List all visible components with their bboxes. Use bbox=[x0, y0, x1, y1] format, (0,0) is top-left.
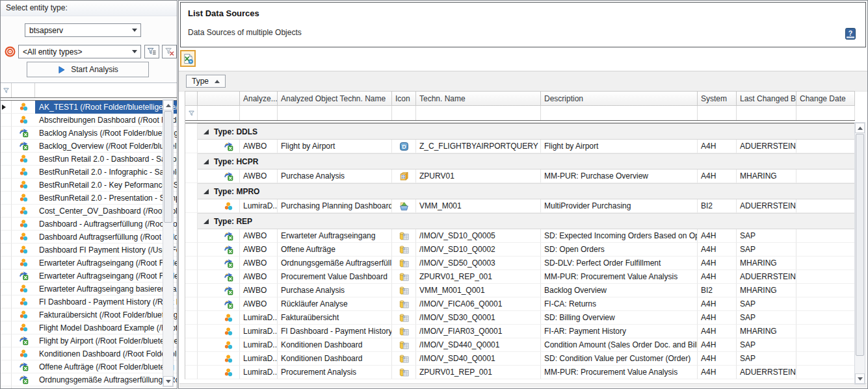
group-row[interactable]: Type: REP bbox=[185, 213, 855, 229]
list-item[interactable]: Dashboard Auftragserfüllung (/Root Fold bbox=[1, 231, 177, 244]
group-expand-icon[interactable] bbox=[204, 159, 209, 164]
scroll-down-button[interactable] bbox=[163, 376, 173, 386]
clear-filter-button[interactable] bbox=[162, 45, 177, 58]
list-item-label: Erwarteter Auftragseingang basierend a bbox=[35, 282, 177, 295]
list-item[interactable]: Offene Aufträge (/Root Folder/bluetellig bbox=[1, 360, 177, 373]
analysis-workbook-icon bbox=[19, 362, 29, 371]
list-item[interactable]: BestRunRetail 2.0 - Infographic - Sample bbox=[1, 166, 177, 179]
column-header-analyzed-object-techn-name[interactable]: Analyzed Object Techn. Name bbox=[278, 92, 392, 106]
list-item[interactable]: BestRunRetail 2.0 - Key Peformance - Sa bbox=[1, 179, 177, 192]
list-item[interactable]: Dashboard - Auftragserfüllung (/Root Fo bbox=[1, 218, 177, 231]
list-item[interactable]: Backlog_Overview (/Root Folder/bluetell bbox=[1, 140, 177, 153]
grid-scroll-thumb[interactable] bbox=[856, 134, 864, 356]
column-header-icon[interactable]: Icon bbox=[392, 92, 416, 106]
cell-analyze-type: AWBO bbox=[240, 229, 278, 243]
list-item[interactable]: Backlog Analysis (/Root Folder/bluetelli… bbox=[1, 127, 177, 140]
cell-analyzed-object-name: Konditionen Dashboard bbox=[278, 352, 392, 366]
group-expand-icon[interactable] bbox=[204, 219, 209, 224]
table-row[interactable]: LumiraD...Fakturaübersicht/IMO/V_SD30_Q0… bbox=[185, 311, 855, 325]
grid-filter-cell[interactable] bbox=[240, 106, 278, 120]
cell-object-icon bbox=[198, 325, 240, 338]
table-row[interactable]: LumiraD...Purchasing Planning DashboardV… bbox=[185, 199, 855, 213]
table-row[interactable]: AWBORückläufer Analyse/IMO/V_FICA06_Q000… bbox=[185, 297, 855, 311]
group-row[interactable]: Type: HCPR bbox=[185, 153, 855, 169]
cell-tech-name: /IMO/V_FICA06_Q0001 bbox=[416, 297, 541, 311]
grid-filter-cell[interactable] bbox=[392, 106, 416, 120]
grid-filter-cell[interactable] bbox=[796, 106, 855, 120]
svg-text:?: ? bbox=[848, 29, 852, 37]
row-indicator bbox=[1, 244, 12, 257]
scroll-up-button[interactable] bbox=[163, 100, 173, 110]
list-item[interactable]: AK_TEST1 (/Root Folder/bluetelligence/S bbox=[1, 101, 177, 114]
group-chip-type[interactable]: Type bbox=[186, 75, 226, 88]
table-row[interactable]: AWBOPurchase AnalysisZPURV01MM-PUR: Purc… bbox=[185, 169, 855, 183]
table-row[interactable]: AWBOOffene Aufträge/IMO/V_SD10_Q0002SD: … bbox=[185, 243, 855, 257]
grid-scrollbar[interactable] bbox=[854, 122, 865, 384]
list-item[interactable]: Abschreibungen Dashboard (/Root Folde bbox=[1, 114, 177, 127]
entity-list-filter-row[interactable] bbox=[1, 83, 177, 97]
grid-filter-row[interactable] bbox=[185, 106, 855, 120]
list-item[interactable]: FI Dashboard - Payment History (/Root F bbox=[1, 295, 177, 308]
grid-scroll-down-button[interactable] bbox=[855, 373, 865, 384]
column-header-change-date[interactable]: Change Date bbox=[796, 92, 855, 106]
list-item[interactable]: BestRunRetail 2.0 - Presentation - Sampl bbox=[1, 192, 177, 205]
cell-description: Flight by Airport bbox=[541, 140, 698, 153]
table-row[interactable]: AWBOErwarteter Auftragseingang/IMO/V_SD1… bbox=[185, 229, 855, 243]
table-row[interactable]: AWBOFlight by AirportDZ_C_FLIGHTBYAIRPOR… bbox=[185, 140, 855, 153]
group-expand-icon[interactable] bbox=[204, 189, 209, 194]
group-row[interactable]: Type: MPRO bbox=[185, 183, 855, 199]
row-indicator bbox=[1, 295, 12, 308]
list-item[interactable]: Erwarteter Auftragseingang basierend a bbox=[1, 282, 177, 295]
list-item[interactable]: Ordnungsgemäße Auftragserfüllung (/Ro bbox=[1, 373, 177, 386]
table-row[interactable]: LumiraD...Konditionen Dashboard/IMO/V_SD… bbox=[185, 338, 855, 352]
column-header-blank-0[interactable] bbox=[185, 92, 198, 106]
cell-change-date bbox=[796, 243, 855, 257]
list-item[interactable]: Erwarteter Auftragseingang (/Root Folde bbox=[1, 270, 177, 282]
column-header-techn-name[interactable]: Techn. Name bbox=[416, 92, 541, 106]
list-item[interactable]: BestRun Retail 2.0 - Dashboard - Sample bbox=[1, 153, 177, 166]
group-expand-icon[interactable] bbox=[204, 129, 209, 134]
table-row[interactable]: AWBOPurchase AnalysisVMM_M001_Q001Backlo… bbox=[185, 284, 855, 297]
analysis-workbook-icon bbox=[224, 272, 233, 282]
table-row[interactable]: AWBOOrdnungsgemäße Auftragserfüllung/IMO… bbox=[185, 257, 855, 270]
table-row[interactable]: AWBOProcurement Value DashboardZPURV01_R… bbox=[185, 270, 855, 284]
column-header-analyze[interactable]: Analyze... bbox=[240, 92, 278, 106]
column-header-last-changed-by[interactable]: Last Changed By bbox=[737, 92, 796, 106]
list-item[interactable]: Flight by Airport (/Root Folder/bluetell… bbox=[1, 334, 177, 347]
grid-filter-funnel-cell[interactable] bbox=[185, 106, 198, 120]
grid-filter-cell[interactable] bbox=[541, 106, 698, 120]
grid-scroll-up-button[interactable] bbox=[855, 123, 865, 133]
list-item[interactable]: Erwarteter Auftragseingang (/Root Folde bbox=[1, 257, 177, 270]
list-item[interactable]: Fakturaübersicht (/Root Folder/bluetelli… bbox=[1, 308, 177, 321]
column-header-description[interactable]: Description bbox=[541, 92, 698, 106]
list-item[interactable]: Procurement Analysis (/Root Folder/blu bbox=[1, 386, 177, 389]
column-header-system[interactable]: System bbox=[698, 92, 737, 106]
help-icon[interactable]: ? bbox=[844, 27, 857, 40]
filter-settings-button[interactable] bbox=[144, 45, 159, 58]
grid-filter-cell[interactable] bbox=[198, 106, 240, 120]
column-header-blank-1[interactable] bbox=[198, 92, 240, 106]
entity-type-combobox[interactable]: <All entity types> bbox=[18, 45, 141, 58]
export-excel-button[interactable] bbox=[180, 50, 196, 67]
list-item[interactable]: Dashboard FI Payment History (/User Fo bbox=[1, 244, 177, 257]
list-item[interactable]: Konditionen Dashboard (/Root Folder/blu bbox=[1, 347, 177, 360]
cell-system: BI2 bbox=[698, 284, 737, 297]
scroll-thumb[interactable] bbox=[164, 111, 172, 223]
cell-tech-name: ZPURV01_REP_001 bbox=[416, 366, 541, 379]
grid-filter-cell[interactable] bbox=[698, 106, 737, 120]
table-row[interactable]: LumiraD...FI Dashboard - Payment History… bbox=[185, 325, 855, 338]
list-item[interactable]: Cost_Center_OV_Dashboard (/Root Fold bbox=[1, 205, 177, 218]
cell-description: Condition Amount (Sales Order Doc. and B… bbox=[541, 338, 698, 352]
cell-analyzed-object-name: Purchase Analysis bbox=[278, 169, 392, 183]
grid-filter-cell[interactable] bbox=[737, 106, 796, 120]
entity-list-scrollbar[interactable] bbox=[163, 99, 174, 387]
list-item[interactable]: Flight Model Dashboard Example (/Root bbox=[1, 321, 177, 334]
grid-filter-cell[interactable] bbox=[278, 106, 392, 120]
group-row[interactable]: Type: DDLS bbox=[185, 123, 855, 140]
server-combobox[interactable]: btsapserv bbox=[25, 23, 141, 37]
start-analysis-button[interactable]: Start Analysis bbox=[27, 62, 149, 77]
table-row[interactable]: LumiraD...Procurement AnalysisZPURV01_RE… bbox=[185, 366, 855, 379]
table-row[interactable]: LumiraD...Konditionen Dashboard/IMO/V_SD… bbox=[185, 352, 855, 366]
grid-filter-cell[interactable] bbox=[416, 106, 541, 120]
cell-system: A4H bbox=[698, 270, 737, 284]
